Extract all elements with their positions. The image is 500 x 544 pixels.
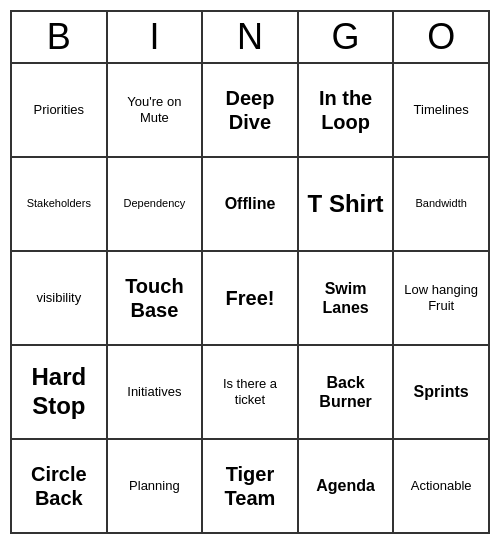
cell-4-2: Tiger Team: [203, 440, 299, 532]
cell-1-2: Offline: [203, 158, 299, 250]
header-letter-I: I: [108, 12, 204, 62]
cell-2-0: visibility: [12, 252, 108, 344]
cell-1-3: T Shirt: [299, 158, 395, 250]
header-letter-O: O: [394, 12, 488, 62]
bingo-body: PrioritiesYou're on MuteDeep DiveIn the …: [12, 64, 488, 532]
cell-0-4: Timelines: [394, 64, 488, 156]
bingo-header: BINGO: [12, 12, 488, 64]
cell-4-1: Planning: [108, 440, 204, 532]
cell-3-2: Is there a ticket: [203, 346, 299, 438]
bingo-card: BINGO PrioritiesYou're on MuteDeep DiveI…: [10, 10, 490, 534]
cell-3-0: Hard Stop: [12, 346, 108, 438]
cell-1-4: Bandwidth: [394, 158, 488, 250]
header-letter-N: N: [203, 12, 299, 62]
header-letter-B: B: [12, 12, 108, 62]
cell-0-3: In the Loop: [299, 64, 395, 156]
cell-1-0: Stakeholders: [12, 158, 108, 250]
cell-3-1: Initiatives: [108, 346, 204, 438]
cell-0-1: You're on Mute: [108, 64, 204, 156]
cell-4-4: Actionable: [394, 440, 488, 532]
bingo-row-0: PrioritiesYou're on MuteDeep DiveIn the …: [12, 64, 488, 158]
header-letter-G: G: [299, 12, 395, 62]
cell-2-1: Touch Base: [108, 252, 204, 344]
cell-0-0: Priorities: [12, 64, 108, 156]
bingo-row-2: visibilityTouch BaseFree!Swim LanesLow h…: [12, 252, 488, 346]
bingo-row-4: Circle BackPlanningTiger TeamAgendaActio…: [12, 440, 488, 532]
cell-4-0: Circle Back: [12, 440, 108, 532]
cell-0-2: Deep Dive: [203, 64, 299, 156]
cell-2-2: Free!: [203, 252, 299, 344]
bingo-row-3: Hard StopInitiativesIs there a ticketBac…: [12, 346, 488, 440]
cell-3-3: Back Burner: [299, 346, 395, 438]
cell-4-3: Agenda: [299, 440, 395, 532]
cell-1-1: Dependency: [108, 158, 204, 250]
cell-2-4: Low hanging Fruit: [394, 252, 488, 344]
cell-2-3: Swim Lanes: [299, 252, 395, 344]
bingo-row-1: StakeholdersDependencyOfflineT ShirtBand…: [12, 158, 488, 252]
cell-3-4: Sprints: [394, 346, 488, 438]
